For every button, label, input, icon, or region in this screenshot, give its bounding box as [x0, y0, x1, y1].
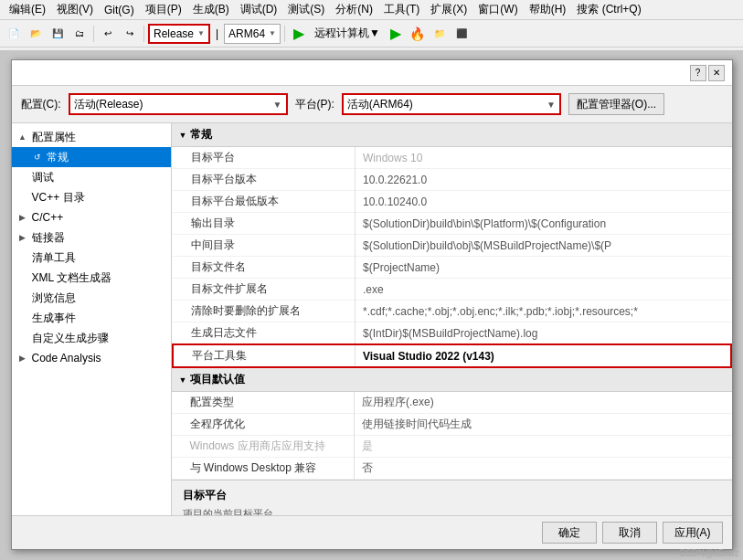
toolbar-open-btn[interactable]: 📂: [26, 24, 46, 44]
dialog-overlay: ? ✕ 配置(C): ▼ 平台(P): ▼ 配置管理器(O)... ▲: [0, 50, 743, 560]
prop-name: 输出目录: [173, 213, 356, 235]
menu-extensions[interactable]: 扩展(X): [425, 0, 472, 19]
dialog-footer: 确定 取消 应用(A): [12, 515, 732, 549]
dialog-help-btn[interactable]: ?: [690, 65, 706, 81]
prop-value: $(SolutionDir)build\obj\$(MSBuildProject…: [356, 235, 731, 257]
toolbar-redo-btn[interactable]: ↪: [120, 24, 140, 44]
project-defaults-arrow-icon: ▼: [179, 375, 187, 385]
tree-root-label: 配置属性: [32, 130, 76, 145]
toolbar-remote-label[interactable]: 远程计算机▼: [311, 26, 384, 41]
menu-debug[interactable]: 调试(D): [235, 0, 283, 19]
platform-select[interactable]: [344, 98, 543, 111]
prop-name: 目标文件名: [173, 257, 356, 279]
platform-dropdown-arrow: ▼: [269, 29, 276, 37]
menu-search[interactable]: 搜索 (Ctrl+Q): [571, 0, 646, 19]
prop-value: 应用程序(.exe): [355, 392, 732, 414]
tree-item-manifest[interactable]: 清单工具: [12, 248, 171, 268]
prop-panel: ▼ 常规 目标平台 Windows 10 目标平台版本 10.0.22621.0: [172, 123, 732, 515]
menu-tools[interactable]: 工具(T): [378, 0, 425, 19]
tree-item-browse[interactable]: 浏览信息: [12, 288, 171, 308]
prop-name: 目标平台: [173, 147, 356, 169]
toolbar-sep3: [284, 26, 285, 42]
table-row: 目标平台版本 10.0.22621.0: [173, 169, 731, 191]
project-defaults-section-header[interactable]: ▼ 项目默认值: [172, 368, 732, 392]
platform-dropdown[interactable]: ARM64 ▼: [224, 24, 281, 44]
menu-help[interactable]: 帮助(H): [524, 0, 572, 19]
table-row: 目标文件扩展名 .exe: [173, 279, 731, 301]
tree-item-xml[interactable]: XML 文档生成器: [12, 268, 171, 288]
tree-item-debug[interactable]: 调试: [12, 167, 171, 187]
prop-value: Windows 10: [356, 147, 731, 169]
property-dialog: ? ✕ 配置(C): ▼ 平台(P): ▼ 配置管理器(O)... ▲: [11, 59, 733, 550]
menu-analyze[interactable]: 分析(N): [330, 0, 378, 19]
table-row: 输出目录 $(SolutionDir)build\bin\$(Platform)…: [173, 213, 731, 235]
menu-edit[interactable]: 编辑(E): [4, 0, 51, 19]
platform-dropdown-value: ARM64: [228, 27, 265, 40]
tree-vcdir-label: VC++ 目录: [32, 190, 85, 206]
platform-select-wrapper[interactable]: ▼: [342, 93, 561, 115]
config-dropdown-arrow: ▼: [197, 29, 205, 37]
tree-item-general[interactable]: ↺ 常规: [12, 147, 171, 167]
table-row: 全程序优化 使用链接时间代码生成: [172, 414, 732, 436]
prop-name: 与 Windows Desktop 兼容: [172, 458, 355, 480]
toolbar-sep2: [143, 26, 144, 42]
config-select-arrow: ▼: [270, 100, 286, 110]
tree-item-build-events[interactable]: 生成事件: [12, 308, 171, 328]
cancel-button[interactable]: 取消: [602, 522, 657, 544]
config-mgr-btn[interactable]: 配置管理器(O)...: [568, 93, 664, 115]
config-select[interactable]: [70, 98, 270, 111]
apply-button[interactable]: 应用(A): [663, 522, 723, 544]
tree-cpp-label: C/C++: [32, 211, 64, 224]
tree-item-code-analysis[interactable]: ▶ Code Analysis: [12, 348, 171, 368]
tree-item-linker[interactable]: ▶ 链接器: [12, 227, 171, 248]
prop-value: .exe: [356, 279, 731, 301]
toolbar-play-btn[interactable]: ▶: [289, 24, 309, 44]
config-dropdown[interactable]: Release ▼: [148, 24, 210, 44]
menu-project[interactable]: 项目(P): [140, 0, 187, 19]
toolbar-save-btn[interactable]: 💾: [48, 24, 68, 44]
toolbar-folder-btn[interactable]: 📁: [430, 24, 450, 44]
menu-window[interactable]: 窗口(W): [472, 0, 523, 19]
general-prop-table: 目标平台 Windows 10 目标平台版本 10.0.22621.0 目标平台…: [172, 147, 732, 368]
prop-name: 配置类型: [172, 392, 355, 414]
toolbar: 📄 📂 💾 🗂 ↩ ↪ Release ▼ | ARM64 ▼ ▶ 远程计算机▼…: [0, 20, 743, 48]
config-label: 配置(C):: [21, 97, 61, 112]
menu-git[interactable]: Git(G): [99, 2, 140, 18]
tree-item-custom-build[interactable]: 自定义生成步骤: [12, 328, 171, 348]
toolbar-save-all-btn[interactable]: 🗂: [69, 24, 90, 44]
toolbar-extra-btn[interactable]: ⬛: [451, 24, 472, 44]
toolbar-fire-btn[interactable]: 🔥: [408, 24, 428, 44]
prop-value: 10.0.22621.0: [356, 169, 731, 191]
tree-code-analysis-label: Code Analysis: [32, 352, 101, 365]
dialog-titlebar: ? ✕: [12, 60, 732, 86]
tree-general-expand-icon: ↺: [30, 150, 45, 164]
menu-bar: 编辑(E) 视图(V) Git(G) 项目(P) 生成(B) 调试(D) 测试(…: [0, 0, 743, 20]
tree-xml-label: XML 文档生成器: [32, 270, 112, 286]
toolbar-sep1: [93, 26, 94, 42]
toolbar-new-btn[interactable]: 📄: [4, 24, 24, 44]
ok-button[interactable]: 确定: [542, 522, 597, 544]
menu-view[interactable]: 视图(V): [51, 0, 99, 19]
toolbar-undo-btn[interactable]: ↩: [98, 24, 118, 44]
tree-item-cpp[interactable]: ▶ C/C++: [12, 207, 171, 227]
tree-item-vcdir[interactable]: VC++ 目录: [12, 187, 171, 207]
general-section-arrow-icon: ▼: [179, 131, 187, 140]
toolbar-play2-btn[interactable]: ▶: [386, 24, 406, 44]
platform-label: 平台(P):: [295, 97, 334, 112]
table-row: 目标平台最低版本 10.0.10240.0: [173, 191, 731, 213]
table-row: 清除时要删除的扩展名 *.cdf;*.cache;*.obj;*.obj.enc…: [173, 301, 731, 322]
platform-select-arrow: ▼: [543, 100, 559, 110]
menu-test[interactable]: 测试(S): [282, 0, 330, 19]
tree-general-label: 常规: [47, 150, 69, 165]
prop-value: 是: [355, 436, 732, 458]
prop-name: 目标平台最低版本: [173, 191, 356, 213]
table-row: 目标文件名 $(ProjectName): [173, 257, 731, 279]
toolbar-pipe: |: [212, 27, 222, 40]
dialog-close-btn[interactable]: ✕: [708, 65, 725, 81]
menu-build[interactable]: 生成(B): [187, 0, 235, 19]
project-defaults-title: 项目默认值: [190, 372, 245, 387]
config-select-wrapper[interactable]: ▼: [69, 93, 288, 115]
general-section-header[interactable]: ▼ 常规: [172, 123, 732, 147]
tree-debug-label: 调试: [32, 170, 54, 185]
tree-root[interactable]: ▲ 配置属性: [12, 127, 171, 147]
